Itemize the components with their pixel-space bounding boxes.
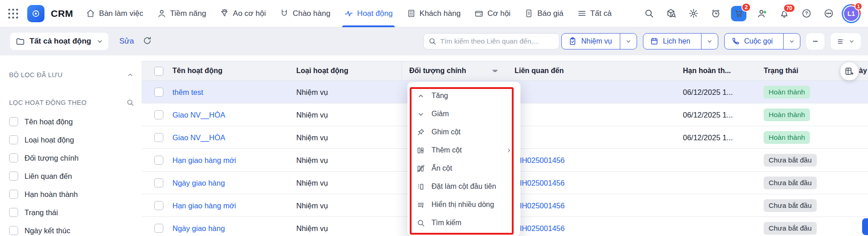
more-actions-button[interactable] — [806, 33, 824, 49]
nhiem-vu-button-main[interactable]: Nhiệm vụ — [562, 34, 620, 49]
edit-view-link[interactable]: Sửa — [119, 37, 134, 46]
column-header-3[interactable]: Đối tượng chính — [409, 67, 466, 75]
reminder-icon-button[interactable] — [709, 7, 722, 20]
related-record-link[interactable]: HH025001456 — [516, 224, 564, 232]
menu-item-label: Tìm kiếm — [432, 219, 461, 227]
search-icon-button[interactable] — [642, 7, 656, 20]
filter-option[interactable]: Loại hoạt động — [9, 131, 137, 149]
nav-item-bao-gia[interactable]: $Báo giá — [524, 0, 564, 27]
chevron-right-icon — [862, 224, 868, 230]
activity-name-link[interactable]: Ngày giao hàng — [172, 224, 225, 232]
activity-icon — [344, 9, 353, 18]
filter-option[interactable]: Trạng thái — [9, 203, 137, 221]
menu-item-show-multi-line[interactable]: Hiển thị nhiều dòng — [407, 196, 520, 214]
user-avatar[interactable]: L1 1 — [842, 4, 861, 23]
nav-item-chao-hang[interactable]: Chào hàng — [280, 0, 330, 27]
nav-items: Bàn làm việcTiềm năngAo cơ hộiChào hàngH… — [86, 0, 612, 27]
search-icon[interactable] — [126, 98, 134, 107]
settings-icon-button[interactable] — [687, 7, 700, 20]
row-checkbox[interactable] — [154, 133, 163, 142]
filter-checkbox[interactable] — [9, 190, 18, 199]
activity-name-link[interactable]: Hạn giao hàng mới — [172, 201, 236, 210]
cuoc-goi-button-main[interactable]: Cuộc gọi — [725, 34, 783, 49]
menu-item-search[interactable]: Tìm kiếm — [407, 214, 520, 232]
view-selector[interactable]: Tất cả hoạt động — [10, 33, 108, 50]
column-header-6[interactable]: Trạng thái — [764, 67, 798, 75]
search-input[interactable] — [440, 37, 554, 45]
expand-right-panel-tab[interactable] — [862, 218, 868, 235]
add-column-fab[interactable] — [840, 62, 858, 80]
filter-option[interactable]: Hạn hoàn thành — [9, 185, 137, 203]
menu-item-sort-desc[interactable]: Giảm — [407, 105, 520, 123]
row-checkbox[interactable] — [154, 178, 163, 187]
menu-item-hide-column[interactable]: Ẩn cột — [407, 159, 520, 177]
help-icon: ? — [801, 8, 812, 19]
chevron-up-icon — [417, 92, 425, 100]
select-all-checkbox[interactable] — [154, 67, 163, 76]
row-checkbox[interactable] — [154, 88, 163, 97]
nav-item-tat-ca[interactable]: Tất cả — [577, 0, 612, 27]
menu-item-pin-column[interactable]: Ghim cột — [407, 123, 520, 141]
row-checkbox[interactable] — [154, 110, 163, 119]
related-record-link[interactable]: HH025001456 — [516, 201, 564, 210]
nav-item-ao-co-hoi[interactable]: Ao cơ hội — [220, 0, 266, 27]
activity-name-link[interactable]: Ngày giao hàng — [172, 178, 225, 187]
filter-checkbox[interactable] — [9, 208, 18, 217]
help-icon-button[interactable]: ? — [799, 7, 813, 20]
filter-checkbox[interactable] — [9, 172, 18, 181]
row-checkbox[interactable] — [154, 201, 163, 210]
chevron-up-icon[interactable] — [126, 71, 134, 79]
package-search-icon-button[interactable] — [664, 7, 678, 20]
row-checkbox[interactable] — [154, 156, 163, 165]
activity-name-link[interactable]: Hạn giao hàng mới — [172, 156, 236, 164]
status-badge: Chưa bắt đầu — [764, 222, 817, 235]
person-icon — [157, 9, 167, 18]
cuoc-goi-dropdown-arrow[interactable] — [783, 34, 800, 49]
nav-item-khach-hang[interactable]: Khách hàng — [407, 0, 461, 27]
filter-option[interactable]: Tên hoạt động — [9, 113, 137, 131]
activity-name-link[interactable]: thêm test — [172, 88, 203, 96]
activity-name-link[interactable]: Giao NV__HÒA — [172, 110, 225, 119]
filter-checkbox[interactable] — [9, 153, 18, 162]
column-header-2[interactable]: Loại hoạt động — [296, 67, 348, 75]
filter-checkbox[interactable] — [9, 117, 18, 126]
view-mode-button[interactable] — [831, 33, 861, 49]
more-icon-button[interactable] — [822, 7, 835, 20]
lich-hen-dropdown-arrow[interactable] — [701, 34, 718, 49]
menu-item-add-column[interactable]: Thêm cột — [407, 141, 520, 159]
due-date: 06/12/2025 1... — [683, 133, 733, 142]
svg-text:?: ? — [805, 10, 808, 16]
cut-column-header: ày — [859, 67, 867, 75]
filter-option[interactable]: Liên quan đến — [9, 167, 137, 185]
activity-name-link[interactable]: Giao NV__HÒA — [172, 133, 225, 142]
related-record-link[interactable]: HH025001456 — [516, 156, 564, 164]
cart-icon-button[interactable]: 2 — [731, 6, 746, 21]
reminder-icon — [711, 8, 721, 19]
nav-item-co-hoi[interactable]: Cơ hội — [474, 0, 510, 27]
nav-item-hoat-dong[interactable]: Hoạt động — [344, 0, 392, 27]
filter-option[interactable]: Ngày kết thúc — [9, 221, 137, 236]
related-record-link[interactable]: HH025001456 — [516, 178, 564, 187]
column-header-1[interactable]: Tên hoạt động — [172, 67, 222, 75]
lich-hen-button-main[interactable]: Lịch hẹn — [643, 34, 701, 49]
create-cuoc-goi-button: Cuộc gọi — [724, 33, 800, 49]
bell-icon-button[interactable]: 70 — [777, 7, 791, 20]
add-user-icon-button[interactable] — [755, 7, 769, 20]
menu-item-set-first-column[interactable]: Đặt làm cột đầu tiên — [407, 177, 520, 196]
nav-item-tiem-nang[interactable]: Tiềm năng — [157, 0, 206, 27]
status-badge: Hoàn thành — [764, 108, 810, 121]
filter-option[interactable]: Đối tượng chính — [9, 149, 137, 167]
row-checkbox[interactable] — [154, 224, 163, 233]
filter-checkbox[interactable] — [9, 135, 18, 144]
crm-logo[interactable] — [27, 5, 44, 22]
app-launcher-icon[interactable] — [7, 8, 19, 20]
filter-checkbox[interactable] — [9, 226, 18, 235]
column-header-5[interactable]: Hạn hoàn th... — [683, 67, 731, 75]
refresh-icon[interactable] — [142, 36, 152, 45]
nav-item-ban-lam-viec[interactable]: Bàn làm việc — [86, 0, 143, 27]
nhiem-vu-dropdown-arrow[interactable] — [620, 34, 637, 49]
column-filter-icon[interactable] — [491, 67, 499, 75]
menu-item-sort-asc[interactable]: Tăng — [407, 87, 520, 105]
column-header-4[interactable]: Liên quan đến — [515, 67, 564, 75]
search-icon — [126, 98, 134, 107]
